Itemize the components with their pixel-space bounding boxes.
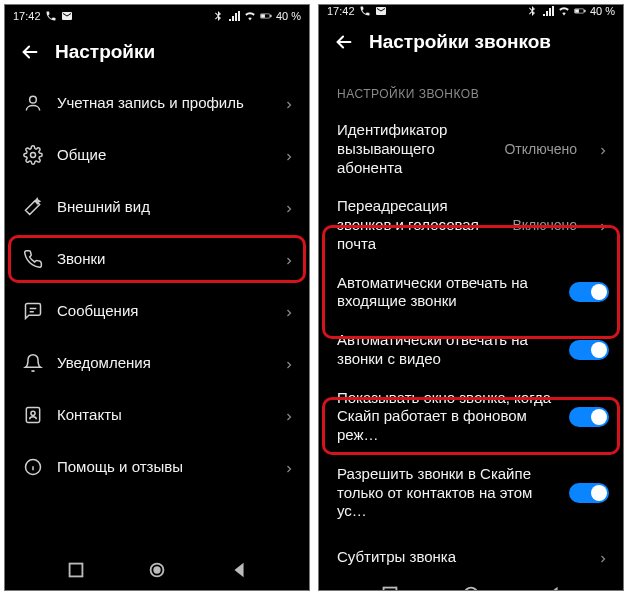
row-value: Включено bbox=[512, 217, 577, 233]
section-header: НАСТРОЙКИ ЗВОНКОВ bbox=[319, 67, 623, 111]
contacts-icon bbox=[23, 405, 43, 425]
svg-rect-8 bbox=[69, 564, 82, 577]
phone-status-icon bbox=[359, 5, 371, 17]
phone-status-icon bbox=[45, 10, 57, 22]
nav-recent[interactable] bbox=[65, 559, 87, 581]
row-allow-contacts[interactable]: Разрешить звонки в Скайпе только от конт… bbox=[319, 455, 623, 531]
chevron-right-icon bbox=[283, 201, 295, 213]
svg-point-15 bbox=[465, 588, 478, 591]
row-label: Помощь и отзывы bbox=[57, 458, 269, 477]
back-icon[interactable] bbox=[333, 31, 355, 53]
row-calls[interactable]: Звонки bbox=[5, 233, 309, 285]
nav-home[interactable] bbox=[460, 583, 482, 591]
wifi-icon bbox=[244, 10, 256, 22]
row-appearance[interactable]: Внешний вид bbox=[5, 181, 309, 233]
row-label: Переадресация звонков и голосовая почта bbox=[337, 197, 498, 253]
battery-icon bbox=[260, 10, 272, 22]
chevron-right-icon bbox=[283, 357, 295, 369]
row-contacts[interactable]: Контакты bbox=[5, 389, 309, 441]
row-general[interactable]: Общие bbox=[5, 129, 309, 181]
chevron-right-icon bbox=[597, 143, 609, 155]
row-label: Внешний вид bbox=[57, 198, 269, 217]
chevron-right-icon bbox=[283, 409, 295, 421]
person-icon bbox=[23, 93, 43, 113]
page-title: Настройки bbox=[55, 41, 155, 63]
row-notifications[interactable]: Уведомления bbox=[5, 337, 309, 389]
header: Настройки звонков bbox=[319, 17, 623, 67]
wifi-icon bbox=[558, 5, 570, 17]
row-subtitles[interactable]: Субтитры звонка bbox=[319, 531, 623, 583]
toggle-switch[interactable] bbox=[569, 340, 609, 360]
mail-status-icon bbox=[61, 10, 73, 22]
chevron-right-icon bbox=[283, 97, 295, 109]
wand-icon bbox=[23, 197, 43, 217]
svg-rect-14 bbox=[383, 588, 396, 591]
mail-status-icon bbox=[375, 5, 387, 17]
android-nav bbox=[5, 550, 309, 590]
row-label: Общие bbox=[57, 146, 269, 165]
svg-point-3 bbox=[30, 96, 37, 103]
message-icon bbox=[23, 301, 43, 321]
chevron-right-icon bbox=[283, 305, 295, 317]
svg-rect-2 bbox=[261, 15, 264, 18]
svg-rect-13 bbox=[575, 10, 578, 13]
svg-point-6 bbox=[31, 411, 35, 415]
call-settings-list: Идентификатор вызывающего абонента Отклю… bbox=[319, 111, 623, 583]
row-label: Автоматически отвечать на звонки с видео bbox=[337, 331, 555, 369]
row-forwarding[interactable]: Переадресация звонков и голосовая почта … bbox=[319, 187, 623, 263]
android-nav bbox=[319, 583, 623, 591]
row-label: Разрешить звонки в Скайпе только от конт… bbox=[337, 465, 555, 521]
bluetooth-icon bbox=[212, 10, 224, 22]
row-show-window[interactable]: Показывать окно звонка, когда Скайп рабо… bbox=[319, 379, 623, 455]
toggle-switch[interactable] bbox=[569, 407, 609, 427]
nav-back[interactable] bbox=[542, 583, 564, 591]
svg-point-4 bbox=[31, 153, 36, 158]
bluetooth-icon bbox=[526, 5, 538, 17]
row-label: Звонки bbox=[57, 250, 269, 269]
row-caller-id[interactable]: Идентификатор вызывающего абонента Отклю… bbox=[319, 111, 623, 187]
header: Настройки bbox=[5, 27, 309, 77]
row-label: Сообщения bbox=[57, 302, 269, 321]
row-label: Уведомления bbox=[57, 354, 269, 373]
status-bar: 17:42 40 % bbox=[319, 5, 623, 17]
bell-icon bbox=[23, 353, 43, 373]
row-auto-answer-video[interactable]: Автоматически отвечать на звонки с видео bbox=[319, 321, 623, 379]
toggle-switch[interactable] bbox=[569, 282, 609, 302]
svg-rect-1 bbox=[270, 15, 271, 17]
chevron-right-icon bbox=[597, 219, 609, 231]
phone-right: 17:42 40 % Настройки звонков НАСТРОЙКИ З… bbox=[318, 4, 624, 591]
status-time: 17:42 bbox=[327, 5, 355, 17]
toggle-switch[interactable] bbox=[569, 483, 609, 503]
battery-percent: 40 % bbox=[276, 10, 301, 22]
row-label: Идентификатор вызывающего абонента bbox=[337, 121, 490, 177]
chevron-right-icon bbox=[283, 461, 295, 473]
chevron-right-icon bbox=[597, 551, 609, 563]
row-account[interactable]: Учетная запись и профиль bbox=[5, 77, 309, 129]
row-auto-answer[interactable]: Автоматически отвечать на входящие звонк… bbox=[319, 264, 623, 322]
settings-list: Учетная запись и профиль Общие Внешний в… bbox=[5, 77, 309, 493]
row-messages[interactable]: Сообщения bbox=[5, 285, 309, 337]
nav-home[interactable] bbox=[146, 559, 168, 581]
nav-recent[interactable] bbox=[379, 583, 401, 591]
row-label: Контакты bbox=[57, 406, 269, 425]
signal-icon bbox=[228, 10, 240, 22]
page-title: Настройки звонков bbox=[369, 31, 551, 53]
signal-icon bbox=[542, 5, 554, 17]
nav-back[interactable] bbox=[228, 559, 250, 581]
chevron-right-icon bbox=[283, 149, 295, 161]
phone-left: 17:42 40 % На bbox=[4, 4, 310, 591]
gear-icon bbox=[23, 145, 43, 165]
svg-rect-12 bbox=[584, 10, 585, 12]
row-label: Показывать окно звонка, когда Скайп рабо… bbox=[337, 389, 555, 445]
row-label: Автоматически отвечать на входящие звонк… bbox=[337, 274, 555, 312]
chevron-right-icon bbox=[283, 253, 295, 265]
back-icon[interactable] bbox=[19, 41, 41, 63]
row-label: Учетная запись и профиль bbox=[57, 94, 269, 113]
row-value: Отключено bbox=[504, 141, 577, 157]
row-label: Субтитры звонка bbox=[337, 548, 583, 567]
info-icon bbox=[23, 457, 43, 477]
battery-percent: 40 % bbox=[590, 5, 615, 17]
svg-point-10 bbox=[154, 567, 160, 573]
status-time: 17:42 bbox=[13, 10, 41, 22]
row-help[interactable]: Помощь и отзывы bbox=[5, 441, 309, 493]
